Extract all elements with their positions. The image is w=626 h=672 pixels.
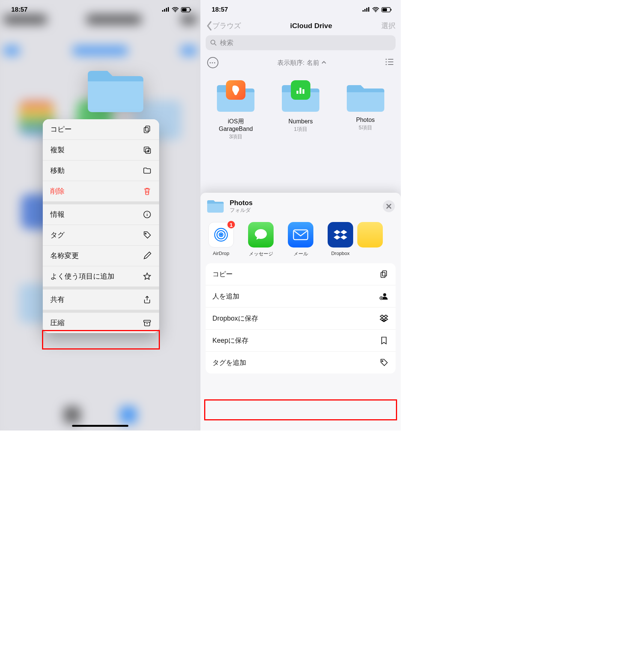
trash-icon [143, 187, 152, 196]
share-app-airdrop[interactable]: 1 AirDrop [206, 222, 236, 257]
search-input[interactable]: 検索 [206, 35, 396, 50]
toolbar: ••• 表示順序: 名前 [200, 50, 401, 72]
svg-rect-18 [366, 8, 367, 12]
folder-garageband[interactable]: iOS用 GarageBand 3項目 [208, 82, 264, 140]
menu-share[interactable]: 共有 [43, 290, 159, 313]
chevron-up-icon [322, 61, 326, 64]
sort-prefix: 表示順序: [277, 58, 305, 67]
action-save-dropbox[interactable]: Dropboxに保存 [206, 308, 396, 330]
menu-favorite[interactable]: よく使う項目に追加 [43, 266, 159, 290]
back-label: ブラウズ [212, 21, 241, 31]
share-app-more[interactable] [366, 222, 375, 257]
close-button[interactable] [383, 200, 395, 212]
svg-rect-30 [302, 89, 304, 94]
copy-icon [143, 125, 152, 134]
folder-numbers[interactable]: Numbers 1項目 [272, 82, 329, 140]
svg-point-24 [211, 40, 215, 44]
svg-rect-35 [293, 230, 308, 240]
action-copy[interactable]: コピー [206, 263, 396, 285]
folder-grid: iOS用 GarageBand 3項目 Numbers 1項目 Photos 5… [200, 72, 401, 140]
svg-rect-16 [363, 10, 364, 12]
svg-rect-23 [391, 9, 391, 11]
menu-rename-label: 名称変更 [50, 251, 79, 261]
svg-rect-8 [146, 126, 150, 131]
action-add-tags[interactable]: タグを追加 [206, 352, 396, 374]
svg-rect-1 [164, 9, 165, 12]
svg-point-14 [145, 233, 146, 234]
tag-icon [143, 231, 152, 240]
svg-point-40 [382, 361, 383, 362]
svg-point-20 [375, 11, 376, 12]
list-view-icon [385, 58, 394, 66]
tag-icon [379, 358, 389, 368]
menu-info[interactable]: 情報 [43, 204, 159, 225]
share-app-dropbox[interactable]: Dropbox [326, 222, 355, 257]
search-placeholder: 検索 [220, 38, 233, 47]
back-button[interactable]: ブラウズ [206, 21, 241, 31]
dropbox-icon [379, 314, 389, 323]
status-indicators [162, 7, 191, 12]
menu-move[interactable]: 移動 [43, 160, 159, 181]
phone-left: 18:57 コピー 複製 移動 削除 [0, 0, 200, 430]
view-toggle[interactable] [385, 58, 394, 68]
menu-favorite-label: よく使う項目に追加 [50, 272, 114, 281]
action-label: Dropboxに保存 [212, 314, 258, 323]
share-app-label: メール [293, 250, 308, 257]
action-label: Keepに保存 [212, 336, 248, 345]
menu-compress[interactable]: 圧縮 [43, 313, 159, 333]
folder-label: Numbers [289, 118, 313, 125]
menu-copy[interactable]: コピー [43, 119, 159, 140]
svg-rect-0 [162, 10, 163, 12]
airdrop-icon: 1 [208, 222, 234, 248]
svg-point-26 [385, 61, 387, 62]
select-button[interactable]: 選択 [381, 21, 396, 31]
status-bar: 18:57 [0, 0, 200, 16]
bookmark-icon [379, 336, 389, 345]
status-time: 18:57 [11, 6, 27, 14]
svg-rect-22 [382, 8, 387, 11]
notes-icon [357, 222, 383, 248]
svg-rect-17 [364, 9, 366, 12]
action-add-people[interactable]: 人を追加 [206, 285, 396, 308]
folder-meta: 5項目 [359, 124, 372, 131]
copy-icon [379, 269, 389, 279]
folder-photos[interactable]: Photos 5項目 [337, 82, 394, 140]
svg-point-25 [385, 58, 387, 60]
svg-rect-6 [182, 8, 187, 11]
menu-share-label: 共有 [50, 295, 65, 304]
menu-compress-label: 圧縮 [50, 318, 65, 328]
menu-copy-label: コピー [50, 124, 72, 134]
svg-rect-7 [190, 9, 191, 11]
chevron-left-icon [206, 21, 212, 31]
sort-button[interactable]: 表示順序: 名前 [277, 58, 327, 67]
menu-delete-label: 削除 [50, 186, 65, 196]
svg-point-13 [147, 213, 147, 213]
highlight-add-people [204, 399, 397, 420]
action-save-keep[interactable]: Keepに保存 [206, 330, 396, 352]
menu-tag[interactable]: タグ [43, 225, 159, 246]
home-indicator [72, 425, 128, 427]
share-app-mail[interactable]: メール [286, 222, 315, 257]
action-label: 人を追加 [212, 292, 239, 301]
share-actions: コピー 人を追加 Dropboxに保存 Keepに保存 タグを追加 [206, 263, 396, 374]
share-app-label: メッセージ [249, 250, 273, 257]
menu-delete[interactable]: 削除 [43, 181, 159, 204]
svg-rect-37 [381, 272, 385, 278]
share-apps-row[interactable]: 1 AirDrop メッセージ メール Dropbox [200, 218, 401, 263]
svg-rect-9 [144, 128, 148, 133]
share-header: Photos フォルダ [200, 193, 401, 218]
svg-point-27 [385, 64, 387, 65]
menu-duplicate[interactable]: 複製 [43, 140, 159, 160]
nav-bar: ブラウズ iCloud Drive 選択 [200, 16, 401, 33]
menu-rename[interactable]: 名称変更 [43, 246, 159, 266]
more-button[interactable]: ••• [207, 57, 218, 68]
page-title: iCloud Drive [290, 22, 332, 30]
folder-meta: 1項目 [294, 126, 307, 133]
svg-rect-28 [296, 91, 298, 94]
svg-rect-29 [299, 88, 301, 94]
messages-icon [248, 222, 274, 248]
svg-point-34 [220, 234, 222, 236]
add-people-icon [379, 291, 389, 301]
share-app-messages[interactable]: メッセージ [246, 222, 275, 257]
menu-info-label: 情報 [50, 210, 65, 219]
